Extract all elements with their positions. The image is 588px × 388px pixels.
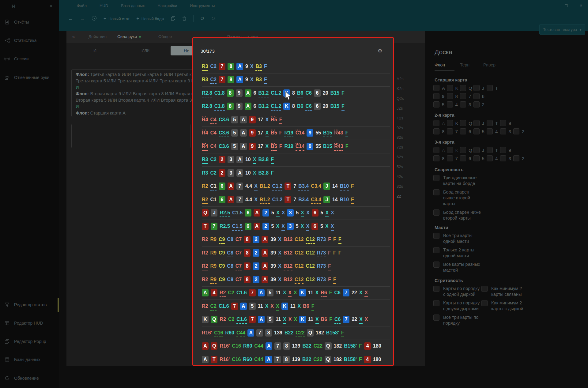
menu-item-инструменты[interactable]: Инструменты	[190, 3, 215, 8]
board-tab-ривер[interactable]: Ривер	[483, 62, 496, 67]
hand-line-row[interactable]: R2C2C1.67A511XXXK11XB6F	[193, 299, 393, 313]
checkbox[interactable]	[487, 147, 493, 153]
hand-line-row[interactable]: R4•••C4C3.65A917XB5•••FR19C14•••955B15R4…	[193, 140, 393, 153]
card-filter-7[interactable]: 7	[447, 128, 460, 134]
tab-сила-руки[interactable]: Сила руки	[117, 34, 141, 39]
checkbox[interactable]	[473, 128, 480, 134]
card-filter-8[interactable]: 8	[433, 128, 447, 134]
checkbox[interactable]	[473, 147, 480, 153]
card-filter-5[interactable]: 5	[433, 101, 447, 107]
checkbox[interactable]	[433, 286, 439, 292]
checkbox[interactable]	[473, 93, 480, 99]
card-filter-9[interactable]: 9	[433, 93, 447, 99]
hand-line-row[interactable]: R3C278A9XB3F	[193, 60, 393, 73]
board-filter-option[interactable]: Как минимум 2карты связаны	[481, 286, 522, 297]
trash-icon[interactable]	[182, 16, 187, 22]
back-icon[interactable]: ←	[68, 16, 73, 21]
hand-line-row[interactable]: R2R9C9C8C782A39XB12C12C12R73FFF	[193, 246, 393, 260]
sidebar-item-marked-hands[interactable]: Отмеченные руки	[0, 70, 59, 85]
hand-line-row[interactable]: AQR16'C16R60C44A78139B22C22Q182B158'F418…	[193, 340, 393, 353]
checkbox[interactable]	[433, 247, 439, 253]
card-filter-8[interactable]: 8	[433, 155, 447, 161]
checkbox[interactable]	[433, 189, 439, 195]
checkbox[interactable]	[433, 209, 439, 216]
card-filter-J[interactable]: J	[473, 85, 487, 91]
new-stat-button[interactable]: +Новый стат	[104, 16, 130, 21]
card-filter-K[interactable]: K	[447, 85, 460, 91]
checkbox[interactable]	[473, 101, 480, 107]
menu-item-файл[interactable]: Файл	[77, 3, 87, 8]
filter-condition-box[interactable]: Флоп: Третья карта 9 ИЛИ Третья карта 8 …	[71, 69, 196, 117]
checkbox[interactable]	[487, 155, 493, 161]
card-filter-2[interactable]: 2	[473, 101, 487, 107]
forward-icon[interactable]: →	[80, 16, 85, 21]
card-filter-6[interactable]: 6	[473, 93, 487, 99]
minimize-button[interactable]: —	[549, 3, 554, 8]
board-filter-option[interactable]: Все три картыодной масти	[433, 233, 472, 244]
logic-button-or[interactable]: Или	[141, 48, 149, 53]
card-filter-4[interactable]: 4	[447, 101, 460, 107]
new-badge-button[interactable]: +Новый бадж	[136, 16, 164, 21]
checkbox[interactable]	[500, 155, 506, 161]
checkbox[interactable]	[460, 101, 466, 107]
checkbox[interactable]	[447, 155, 453, 161]
sidebar-item-stat-editor[interactable]: Редактор статов	[0, 297, 59, 312]
hand-line-row[interactable]: R2C16A74.4XB1.2C1.2T7B3.4C3.4J14B10F	[193, 193, 393, 206]
card-filter-Q[interactable]: Q	[460, 147, 473, 153]
card-filter-6[interactable]: 6	[460, 128, 473, 134]
card-filter-5[interactable]: 5	[473, 128, 487, 134]
checkbox[interactable]	[473, 120, 480, 126]
checkbox[interactable]	[433, 315, 439, 321]
checkbox[interactable]	[500, 120, 506, 126]
board-filter-option[interactable]: Карты по порядкус одной дыркой	[433, 286, 480, 297]
checkbox[interactable]	[460, 93, 466, 99]
checkbox[interactable]	[500, 147, 506, 153]
card-filter-K[interactable]: K	[447, 147, 460, 153]
card-filter-Q[interactable]: Q	[460, 120, 473, 126]
checkbox[interactable]	[433, 175, 439, 181]
hand-line-row[interactable]: KQR2C2C1.67A511XXXK11XB6FC6722XX	[193, 313, 393, 326]
card-filter-K[interactable]: K	[447, 120, 460, 126]
hand-line-row[interactable]: R4•••C4C3.65A917XB5•••F	[193, 113, 393, 126]
menu-item-настройки[interactable]: Настройки	[158, 3, 177, 8]
board-filter-option[interactable]: Все карты разныхмастей	[433, 262, 480, 273]
copy-icon[interactable]	[171, 16, 175, 22]
checkbox[interactable]	[433, 101, 439, 107]
checkbox[interactable]	[460, 128, 466, 134]
checkbox[interactable]	[433, 262, 439, 268]
board-filter-option[interactable]: Карты по порядкус двумя дырками	[433, 300, 480, 312]
sidebar-item-databases[interactable]: Базы данных	[0, 352, 59, 367]
card-filter-8[interactable]: 8	[447, 93, 460, 99]
checkbox[interactable]	[513, 128, 519, 134]
hand-line-row[interactable]: T7R2.5C1.56A25XX35XX65XX	[193, 220, 393, 233]
card-filter-5[interactable]: 5	[473, 155, 487, 161]
hand-line-row[interactable]: R2C16A74.4XB1.2C1.2T7B3.4C3.4J14B10F	[193, 180, 393, 193]
menu-item-база-данных[interactable]: База данных	[121, 3, 145, 8]
checkbox[interactable]	[447, 120, 453, 126]
card-filter-3[interactable]: 3	[500, 128, 514, 134]
checkbox[interactable]	[481, 300, 488, 306]
board-filter-option[interactable]: Как минимум 2карты с дыркой	[481, 300, 523, 312]
checkbox[interactable]	[447, 85, 453, 91]
hand-line-row[interactable]: R2R9C9C8C782A39XB12C12C12R73FFF	[193, 233, 393, 247]
checkbox[interactable]	[447, 147, 453, 153]
card-filter-9[interactable]: 9	[500, 120, 514, 126]
card-filter-9[interactable]: 9	[500, 147, 514, 153]
card-filter-T[interactable]: T	[487, 120, 500, 126]
checkbox[interactable]	[433, 300, 439, 306]
board-filter-option[interactable]: Три одинаковыекарты на борде	[433, 175, 477, 186]
history-icon[interactable]	[92, 16, 97, 22]
checkbox[interactable]	[433, 85, 439, 91]
checkbox[interactable]	[460, 155, 466, 161]
checkbox[interactable]	[433, 128, 439, 134]
checkbox[interactable]	[447, 101, 453, 107]
card-filter-3[interactable]: 3	[500, 155, 514, 161]
checkbox[interactable]	[433, 147, 439, 153]
card-filter-A[interactable]: A	[433, 147, 447, 153]
card-filter-4[interactable]: 4	[487, 155, 500, 161]
hand-line-row[interactable]: R2R9C9C8C782A39XB12C12C12R73FF	[193, 273, 393, 286]
checkbox[interactable]	[487, 120, 493, 126]
hand-line-row[interactable]: QJR2.5C1.56A25XX35XX65XX	[193, 206, 393, 220]
checkbox[interactable]	[487, 128, 493, 134]
checkbox[interactable]	[433, 120, 439, 126]
